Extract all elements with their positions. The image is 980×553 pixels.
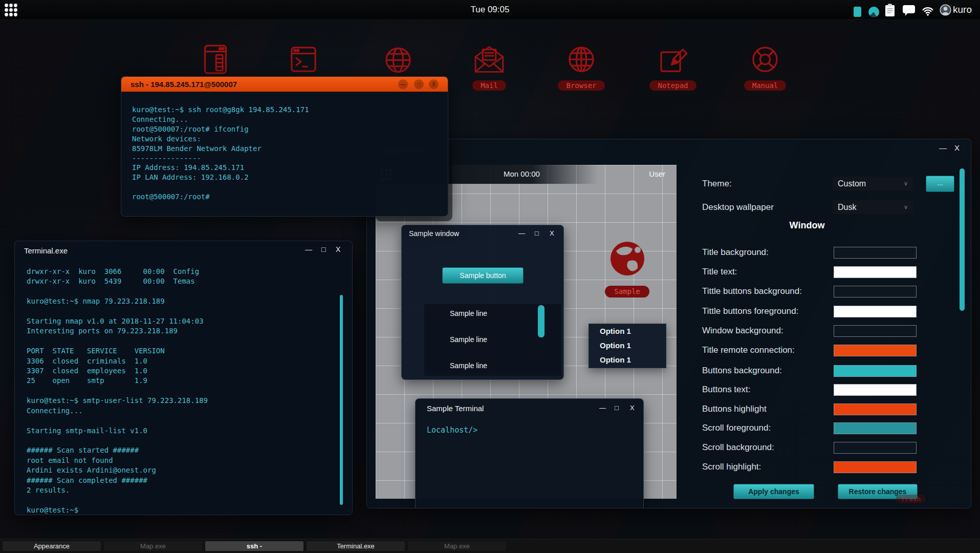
maximize-icon[interactable]: □ [321, 245, 325, 253]
desktop-icon-label: Mail [472, 80, 506, 91]
avatar[interactable] [940, 4, 951, 16]
appearance-window: Mon 00:00 User Sample Sample window — □ … [366, 139, 971, 508]
preview-sample-button: Sample button [442, 267, 524, 284]
preview-user-label: User [649, 169, 665, 178]
ssh-window-title: ssh - 194.85.245.171@500007 [130, 80, 237, 89]
preview-menu-option: Option 1 [589, 353, 666, 367]
file-manager-icon [199, 43, 232, 76]
desktop-icon-label: Notepad [649, 80, 696, 91]
lifebuoy-icon [749, 43, 781, 76]
minimize-icon[interactable]: — [305, 245, 312, 253]
preview-sample-line: Sample line [450, 308, 487, 318]
setting-label-scroll-background: Scroll background: [702, 442, 774, 453]
setting-swatch-scroll-highlight[interactable] [834, 461, 917, 473]
setting-swatch-title-text[interactable] [834, 266, 917, 278]
taskbar-item-terminal[interactable]: Terminal.exe [307, 541, 405, 551]
close-icon[interactable]: X [336, 245, 340, 253]
terminal-output[interactable]: drwxr-xr-x kuro 3066 00:00 Config drwxr-… [27, 267, 208, 515]
wifi-icon[interactable] [921, 6, 934, 16]
close-icon: X [630, 404, 635, 412]
desktop-icon-label: Manual [744, 80, 787, 91]
taskbar: Appearance Map.exe ssh - Terminal.exe Ma… [0, 539, 980, 553]
setting-label-title-remote-connection: Title remote connection: [702, 345, 795, 356]
setting-swatch-buttons-highlight[interactable] [834, 403, 917, 415]
desktop-icon-file-manager[interactable] [180, 43, 251, 76]
setting-label-buttons-background: Buttons background: [702, 365, 782, 376]
preview-context-menu: Option 1 Option 1 Option 1 [589, 324, 666, 368]
close-icon: X [550, 229, 554, 238]
battery-icon[interactable] [854, 7, 861, 17]
close-icon[interactable]: X [954, 144, 960, 152]
setting-label-title-buttons-foreground: Tittle buttons foreground: [702, 306, 798, 317]
setting-swatch-scroll-background[interactable] [834, 442, 917, 454]
setting-swatch-title-buttons-background[interactable] [834, 286, 917, 297]
ssh-terminal-output[interactable]: kuro@test:~$ ssh root@g8gk 194.85.245.17… [132, 105, 309, 202]
setting-label-window-background: Window background: [702, 325, 783, 336]
browse-theme-button[interactable]: ... [926, 176, 954, 192]
setting-swatch-scroll-foreground[interactable] [834, 422, 917, 434]
apply-changes-button[interactable]: Apply changes [733, 484, 814, 499]
preview-sample-terminal: Sample Terminal — □ X Localhost/> [415, 398, 644, 508]
setting-label-scroll-highlight: Scroll highlight: [702, 461, 761, 473]
wallpaper-dropdown[interactable]: Dusk ∨ [833, 200, 913, 214]
theme-dropdown[interactable]: Custom ∨ [833, 177, 913, 190]
window-section-heading: Window [694, 220, 920, 231]
taskbar-item-map[interactable]: Map.exe [104, 541, 202, 551]
chevron-down-icon: ∨ [904, 180, 908, 187]
theme-dropdown-value: Custom [838, 179, 866, 188]
preview-sample-window-title: Sample window [409, 229, 459, 238]
desktop-icon-browser[interactable]: Browser [546, 43, 617, 91]
app-launcher-icon[interactable] [4, 3, 18, 17]
taskbar-item-appearance[interactable]: Appearance [3, 541, 101, 551]
taskbar-item-map-2[interactable]: Map.exe [408, 541, 506, 551]
setting-label-scroll-foreground: Scroll foreground: [702, 422, 771, 434]
notepad-pencil-icon [657, 43, 689, 76]
desktop-icon-manual[interactable]: Manual [729, 43, 801, 91]
desktop-icon-notepad[interactable]: Notepad [637, 43, 709, 91]
ssh-title-bar[interactable]: ssh - 194.85.245.171@500007 — □ X [121, 77, 448, 92]
close-icon[interactable]: X [429, 79, 439, 89]
setting-swatch-buttons-background[interactable] [834, 365, 917, 377]
clock: Tue 09:05 [471, 5, 510, 15]
wallpaper-dropdown-value: Dusk [838, 203, 856, 212]
storage-pie-icon[interactable] [868, 7, 879, 17]
chat-bubble-icon[interactable] [903, 5, 915, 16]
desktop: Tue 09:05 kuro [0, 0, 980, 553]
wallpaper-label: Desktop wallpaper [702, 202, 774, 213]
setting-swatch-title-background[interactable] [834, 247, 917, 259]
setting-label-title-background: Title background: [702, 247, 769, 258]
setting-swatch-title-buttons-foreground[interactable] [834, 306, 917, 317]
desktop-icon-terminal[interactable] [268, 43, 339, 76]
setting-swatch-window-background[interactable] [834, 325, 917, 337]
terminal-scrollbar-thumb[interactable] [340, 295, 343, 505]
setting-label-buttons-text: Buttons text: [702, 384, 751, 395]
desktop-icon-label: Browser [558, 80, 604, 91]
preview-sample-window: Sample window — □ X Sample button Sample… [401, 225, 564, 380]
minimize-icon[interactable]: — [398, 79, 408, 89]
terminal-window: Terminal.exe — □ X drwxr-xr-x kuro 3066 … [14, 241, 353, 515]
settings-scrollbar-thumb[interactable] [960, 168, 965, 311]
setting-swatch-buttons-text[interactable] [834, 384, 917, 396]
minimize-icon: — [599, 404, 606, 412]
maximize-icon[interactable]: □ [414, 79, 424, 89]
clipboard-icon[interactable] [885, 4, 895, 17]
desktop-icon-network[interactable] [362, 43, 434, 76]
minimize-icon[interactable]: — [939, 144, 947, 152]
preview-sample-line: Sample line [450, 334, 487, 345]
browser-globe-icon [565, 43, 598, 76]
preview-menu-option: Option 1 [589, 324, 666, 338]
terminal-window-title: Terminal.exe [24, 246, 68, 255]
network-globe-icon [382, 43, 415, 76]
setting-label-buttons-highlight: Buttons highlight [702, 403, 767, 415]
preview-sample-line: Sample line [450, 360, 487, 371]
preview-clock: Mon 00:00 [504, 169, 540, 178]
desktop-icon-mail[interactable]: Mail [453, 43, 525, 91]
ssh-window: ssh - 194.85.245.171@500007 — □ X kuro@t… [121, 76, 448, 217]
chevron-down-icon: ∨ [904, 204, 908, 210]
preview-sample-icon-label: Sample [605, 286, 649, 297]
preview-terminal-prompt: Localhost/> [427, 426, 477, 435]
mail-icon [473, 43, 506, 76]
setting-swatch-title-remote-connection[interactable] [834, 345, 917, 356]
top-bar: Tue 09:05 kuro [0, 0, 980, 20]
taskbar-item-ssh[interactable]: ssh - [205, 541, 303, 551]
